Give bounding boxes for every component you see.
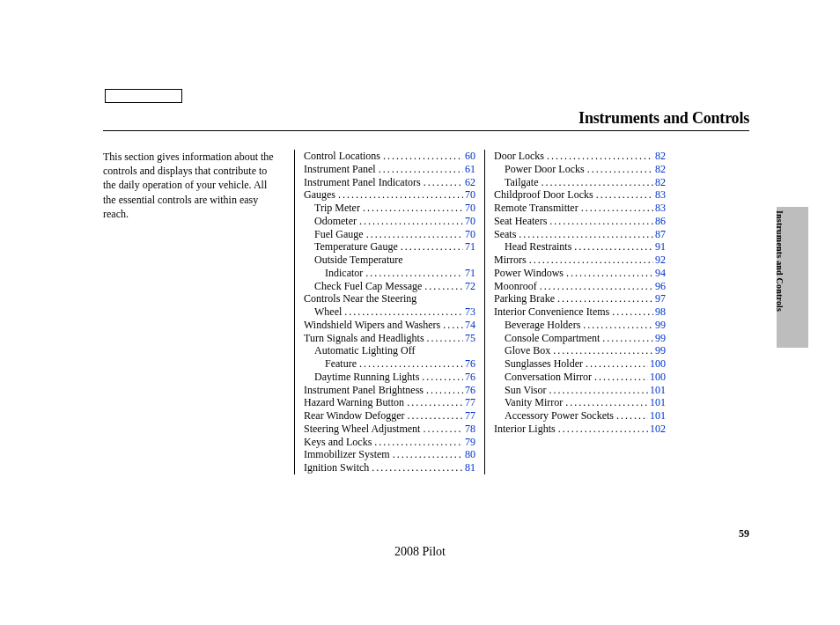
toc-entry-label: Feature [325, 357, 359, 371]
toc-entry-page: 70 [463, 215, 475, 228]
toc-entry-page: 91 [653, 240, 666, 254]
toc-entry-page: 101 [648, 396, 666, 409]
toc-entry[interactable]: Ignition Switch ........................… [304, 461, 475, 474]
toc-entry-leader: ........................................… [583, 319, 653, 332]
footer-model-year: 2008 Pilot [0, 544, 840, 561]
toc-entry-label: Control Locations [304, 150, 383, 163]
toc-entry[interactable]: Wheel ..................................… [304, 305, 475, 319]
toc-entry[interactable]: Instrument Panel Brightness ............… [304, 384, 475, 397]
toc-entry-label: Sun Visor [505, 384, 549, 397]
toc-entry[interactable]: Glove Box ..............................… [494, 344, 666, 357]
toc-entry-leader: ........................................… [616, 409, 648, 423]
toc-entry-page: 76 [463, 357, 475, 371]
toc-entry[interactable]: Steering Wheel Adjustment ..............… [304, 423, 475, 436]
toc-entry-leader: ........................................… [363, 202, 463, 215]
toc-entry[interactable]: Control Locations ......................… [304, 150, 475, 163]
toc-entry-label: Childproof Door Locks [494, 188, 596, 202]
toc-entry-leader: ........................................… [424, 176, 463, 189]
toc-entry[interactable]: Parking Brake ..........................… [494, 292, 666, 305]
toc-entry-leader: ........................................… [602, 332, 653, 345]
toc-entry[interactable]: Feature ................................… [304, 357, 475, 371]
toc-entry[interactable]: Moonroof ...............................… [494, 280, 666, 293]
toc-entry-page: 100 [648, 357, 666, 371]
toc-entry-leader: ........................................… [424, 280, 463, 293]
toc-entry[interactable]: Hazard Warning Button ..................… [304, 396, 475, 409]
toc-entry-page: 99 [653, 344, 666, 357]
toc-entry[interactable]: Accessory Power Sockets ................… [494, 409, 666, 423]
toc-entry-page: 62 [463, 176, 475, 189]
toc-entry-page: 79 [463, 436, 475, 449]
toc-entry[interactable]: Trip Meter .............................… [304, 202, 475, 215]
toc-entry[interactable]: Sunglasses Holder ......................… [494, 357, 666, 371]
toc-entry-label: Head Restraints [505, 240, 574, 254]
toc-entry[interactable]: Keys and Locks .........................… [304, 436, 475, 449]
toc-entry-page: 70 [463, 202, 475, 215]
toc-entry[interactable]: Odometer ...............................… [304, 215, 475, 228]
toc-entry[interactable]: Check Fuel Cap Message .................… [304, 280, 475, 293]
intro-paragraph: This section gives information about the… [103, 150, 279, 221]
toc-entry-leader: ........................................… [596, 188, 653, 202]
toc-entry[interactable]: Vanity Mirror ..........................… [494, 396, 666, 409]
toc-entry-page: 101 [648, 384, 666, 397]
toc-entry-leader: ........................................… [379, 163, 463, 176]
toc-entry-label: Daytime Running Lights [314, 371, 422, 384]
toc-entry-leader: ........................................… [359, 357, 463, 371]
toc-entry-page: 100 [648, 371, 666, 384]
toc-entry-page: 70 [463, 228, 475, 241]
toc-entry[interactable]: Immobilizer System .....................… [304, 448, 475, 461]
toc-entry[interactable]: Gauges .................................… [304, 188, 475, 202]
toc-entry[interactable]: Head Restraints ........................… [494, 240, 666, 254]
toc-entry-leader: ........................................… [594, 371, 648, 384]
toc-entry[interactable]: Childproof Door Locks ..................… [494, 188, 666, 202]
toc-entry-label: Check Fuel Cap Message [314, 280, 424, 293]
toc-entry[interactable]: Instrument Panel .......................… [304, 163, 475, 176]
toc-entry-label: Controls Near the Steering [304, 292, 416, 305]
toc-entry-label: Vanity Mirror [505, 396, 565, 409]
title-rule [103, 130, 749, 131]
toc-entry-label: Steering Wheel Adjustment [304, 423, 423, 436]
toc-entry-label: Trip Meter [314, 202, 363, 215]
toc-entry[interactable]: Remote Transmitter .....................… [494, 202, 666, 215]
toc-entry[interactable]: Mirrors ................................… [494, 254, 666, 267]
toc-entry[interactable]: Power Windows ..........................… [494, 267, 666, 280]
toc-entry-leader: ........................................… [372, 461, 463, 474]
toc-entry-label: Keys and Locks [304, 436, 374, 449]
toc-entry-label: Interior Convenience Items [494, 305, 612, 319]
toc-entry-label: Wheel [314, 305, 344, 319]
toc-entry[interactable]: Conversation Mirror ....................… [494, 371, 666, 384]
toc-entry[interactable]: Rear Window Defogger ...................… [304, 409, 475, 423]
toc-entry[interactable]: Tailgate ...............................… [494, 176, 666, 189]
toc-entry-label: Hazard Warning Button [304, 396, 407, 409]
toc-entry[interactable]: Interior Lights ........................… [494, 423, 666, 436]
toc-entry[interactable]: Fuel Gauge .............................… [304, 228, 475, 241]
toc-entry-page: 75 [463, 332, 475, 345]
toc-entry[interactable]: Door Locks .............................… [494, 150, 666, 163]
toc-entry[interactable]: Console Compartment ....................… [494, 332, 666, 345]
toc-entry[interactable]: Temperature Gauge ......................… [304, 240, 475, 254]
toc-entry-label: Moonroof [494, 280, 540, 293]
toc-entry[interactable]: Windshield Wipers and Washers ..........… [304, 319, 475, 332]
toc-entry-label: Gauges [304, 188, 338, 202]
toc-entry-leader: ........................................… [407, 396, 463, 409]
toc-entry-label: Instrument Panel [304, 163, 379, 176]
toc-entry[interactable]: Interior Convenience Items .............… [494, 305, 666, 319]
toc-entry-label: Turn Signals and Headlights [304, 332, 427, 345]
toc-entry-leader: ........................................… [338, 188, 463, 202]
toc-entry[interactable]: Indicator ..............................… [304, 267, 475, 280]
toc-entry[interactable]: Seat Heaters ...........................… [494, 215, 666, 228]
toc-entry-page: 76 [463, 371, 475, 384]
toc-entry[interactable]: Beverage Holders .......................… [494, 319, 666, 332]
toc-entry-page: 83 [653, 188, 666, 202]
toc-entry-label: Odometer [314, 215, 359, 228]
toc-entry-leader: ........................................… [426, 384, 463, 397]
toc-entry[interactable]: Turn Signals and Headlights ............… [304, 332, 475, 345]
toc-entry[interactable]: Sun Visor ..............................… [494, 384, 666, 397]
toc-column-1: Control Locations ......................… [295, 150, 484, 474]
side-tab-label: Instruments and Controls [773, 207, 785, 351]
toc-entry[interactable]: Power Door Locks .......................… [494, 163, 666, 176]
toc-entry[interactable]: Instrument Panel Indicators ............… [304, 176, 475, 189]
toc-entry-label: Rear Window Defogger [304, 409, 408, 423]
toc-entry-page: 82 [653, 163, 666, 176]
toc-entry[interactable]: Daytime Running Lights .................… [304, 371, 475, 384]
toc-entry[interactable]: Seats ..................................… [494, 228, 666, 241]
